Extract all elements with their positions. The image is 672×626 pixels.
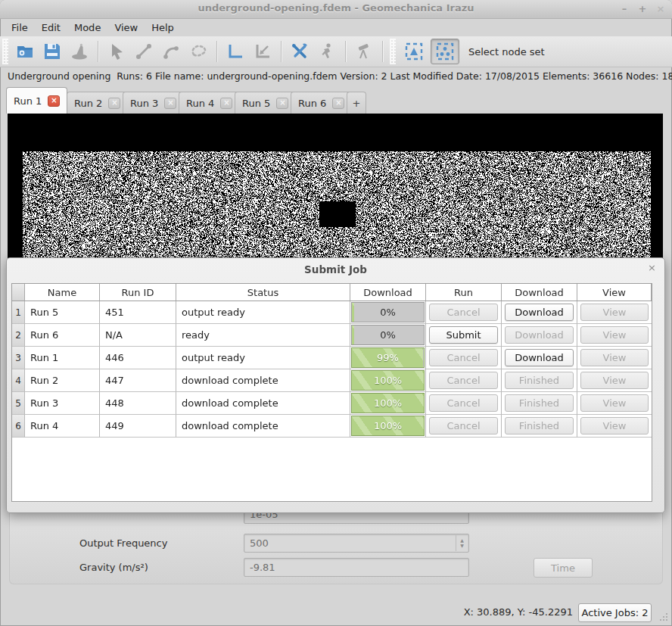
menu-help[interactable]: Help — [145, 20, 181, 35]
menu-edit[interactable]: Edit — [35, 20, 67, 35]
finished-button: Finished — [505, 372, 574, 389]
freehand-tool-icon[interactable] — [187, 40, 210, 63]
cancel-button: Cancel — [429, 394, 498, 412]
save-icon[interactable] — [41, 40, 64, 63]
tools-icon[interactable] — [288, 40, 311, 63]
window-title: underground-opening.fdem - Geomechanica … — [0, 2, 672, 14]
menu-file[interactable]: File — [5, 20, 35, 35]
select-cursor-icon[interactable] — [105, 40, 128, 63]
line-tool-icon[interactable] — [132, 40, 155, 63]
tab-close-icon[interactable]: × — [164, 98, 176, 109]
wizard-hat-icon[interactable] — [68, 40, 91, 63]
tab-close-icon[interactable]: × — [108, 98, 120, 109]
minimize-icon[interactable]: – — [619, 4, 630, 14]
run-name: Run 1 — [25, 347, 99, 369]
spinner-arrows-icon[interactable]: ▲▼ — [456, 535, 468, 551]
select-node-set-button[interactable] — [431, 39, 459, 64]
title-bar[interactable]: underground-opening.fdem - Geomechanica … — [0, 0, 672, 19]
cancel-button: Cancel — [429, 417, 498, 434]
menu-view[interactable]: View — [107, 20, 145, 35]
toolbar-drag-handle[interactable] — [390, 39, 396, 64]
run-status: download complete — [176, 369, 350, 391]
row-number: 6 — [12, 415, 25, 438]
row-number: 5 — [12, 392, 25, 415]
output-frequency-label: Output Frequency — [79, 537, 167, 549]
toolbar-separator — [216, 41, 217, 62]
cancel-button: Cancel — [429, 372, 498, 389]
table-row: 4 Run 2 447 download complete 100% Cance… — [12, 369, 652, 392]
open-file-icon[interactable] — [14, 40, 36, 63]
tab-close-icon[interactable]: × — [332, 98, 344, 109]
tab-run-3[interactable]: Run 3 × — [123, 92, 184, 114]
job-table: Name Run ID Status Download Run Download… — [11, 283, 652, 502]
tab-run-5[interactable]: Run 5 × — [235, 92, 296, 114]
view-button: View — [580, 394, 649, 412]
menu-mode[interactable]: Mode — [67, 20, 107, 35]
arc-tool-icon[interactable] — [160, 40, 182, 63]
header-rownum — [12, 284, 25, 301]
toolbar-drag-handle[interactable] — [2, 39, 8, 64]
progress-bar: 0% — [351, 302, 425, 322]
model-viewport[interactable] — [8, 114, 663, 262]
tab-run-4[interactable]: Run 4 × — [179, 92, 240, 114]
gravity-label: Gravity (m/s²) — [79, 562, 148, 573]
finished-button: Finished — [505, 394, 574, 412]
table-row: 5 Run 3 448 download complete 100% Cance… — [12, 392, 652, 415]
run-status: download complete — [176, 392, 350, 414]
tab-run-2[interactable]: Run 2 × — [67, 92, 128, 114]
progress-bar: 99% — [351, 347, 425, 368]
table-row: 6 Run 4 449 download complete 100% Cance… — [12, 415, 652, 438]
header-download-progress: Download — [350, 284, 426, 301]
header-view: View — [577, 284, 652, 301]
time-button[interactable]: Time — [534, 558, 593, 578]
tab-label: Run 2 — [74, 98, 102, 109]
tab-run-1[interactable]: Run 1 × — [6, 87, 67, 114]
header-name: Name — [25, 284, 100, 301]
submit-job-dialog: Submit Job × Name Run ID Status Download… — [6, 257, 665, 513]
view-button: View — [580, 417, 649, 434]
tab-close-icon[interactable]: × — [220, 98, 232, 109]
gravity-field[interactable]: -9.81 — [244, 558, 469, 577]
header-download: Download — [502, 284, 577, 301]
submit-button[interactable]: Submit — [429, 326, 498, 344]
job-table-header: Name Run ID Status Download Run Download… — [12, 284, 652, 301]
add-tab-button[interactable]: + — [347, 92, 366, 114]
toolbar: Select node set — [0, 36, 672, 67]
table-row: 2 Run 6 N/A ready 0% Submit Download Vie… — [12, 324, 652, 347]
run-id: 449 — [100, 415, 176, 437]
cancel-button: Cancel — [429, 304, 498, 321]
output-frequency-field[interactable]: 500 ▲▼ — [244, 534, 469, 553]
view-button: View — [580, 304, 649, 321]
run-simulation-icon[interactable] — [316, 40, 338, 63]
tab-label: Run 4 — [186, 98, 214, 109]
row-number: 1 — [12, 301, 25, 324]
run-status: output ready — [176, 301, 350, 323]
resize-grip[interactable] — [659, 612, 668, 621]
window-close-icon[interactable]: × — [655, 4, 666, 14]
tab-close-icon[interactable]: × — [276, 98, 288, 109]
axes-arrow-icon[interactable] — [251, 40, 274, 63]
run-id: 451 — [100, 301, 176, 323]
select-element-set-button[interactable] — [400, 39, 428, 64]
axes-icon[interactable] — [224, 40, 247, 63]
tab-run-6[interactable]: Run 6 × — [291, 92, 352, 114]
select-mode-label: Select node set — [468, 46, 545, 58]
dialog-close-icon[interactable]: × — [648, 263, 656, 273]
download-button[interactable]: Download — [505, 349, 574, 366]
run-id: N/A — [100, 324, 176, 346]
tab-close-icon[interactable]: × — [48, 95, 60, 107]
menu-bar: File Edit Mode View Help — [0, 19, 672, 36]
run-name: Run 4 — [25, 415, 99, 437]
toolbar-separator — [382, 41, 383, 62]
active-jobs-button[interactable]: Active Jobs: 2 — [578, 603, 652, 622]
maximize-icon[interactable]: + — [637, 4, 648, 14]
download-button[interactable]: Download — [505, 304, 574, 321]
run-id: 447 — [100, 369, 176, 391]
table-row: 3 Run 1 446 output ready 99% Cancel Down… — [12, 347, 652, 369]
progress-bar: 100% — [351, 416, 425, 436]
view-button: View — [580, 372, 649, 389]
run-status: ready — [176, 324, 350, 346]
telescope-icon[interactable] — [353, 40, 375, 63]
toolbar-separator — [98, 41, 98, 62]
toolbar-separator — [281, 41, 282, 62]
